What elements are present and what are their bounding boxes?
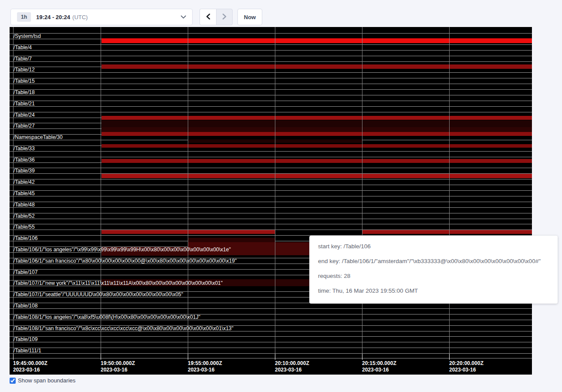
row-label: /Table/36 <box>14 157 35 163</box>
row-label: /Table/107 <box>14 269 37 275</box>
row-label: /Table/12 <box>14 67 35 73</box>
time-gridline <box>275 27 275 358</box>
row-label: /Table/48 <box>14 202 35 208</box>
span-band[interactable] <box>102 247 188 256</box>
span-boundary-line <box>10 44 532 45</box>
prev-time-button[interactable] <box>200 9 216 25</box>
x-tick-date: 2023-03-16 <box>275 367 301 373</box>
row-label: /Table/106/1/"san francisco"/"\x80\x00\x… <box>14 258 237 264</box>
time-window-badge: 1h <box>17 12 31 22</box>
tooltip-requests: requests: 28 <box>318 272 549 280</box>
key-visualizer-chart[interactable]: /System/tsd/Table/4/Table/7/Table/12/Tab… <box>10 27 532 375</box>
span-boundary-line <box>10 353 532 354</box>
row-label: /Table/4 <box>14 44 32 51</box>
span-boundary-line <box>10 348 532 348</box>
x-tick-time: 20:20:00.000Z <box>449 361 484 366</box>
span-band[interactable] <box>102 64 532 69</box>
span-band[interactable] <box>102 132 532 136</box>
x-tick-mark <box>13 354 14 360</box>
time-gridline <box>101 27 101 358</box>
next-time-button[interactable] <box>216 9 233 25</box>
x-tick-date: 2023-03-16 <box>188 367 214 373</box>
span-boundary-line <box>10 101 532 101</box>
time-gridline <box>362 27 362 358</box>
span-boundary-line <box>10 219 532 219</box>
span-tooltip: start key: /Table/106 end key: /Table/10… <box>309 236 558 304</box>
span-boundary-line <box>10 342 532 342</box>
row-label: /Table/107/1/"seattle"/"UUUUUUD\x00\x80\… <box>14 291 183 297</box>
row-label: /Table/52 <box>14 213 35 219</box>
time-gridline <box>188 27 188 358</box>
x-tick-date: 2023-03-16 <box>13 367 40 373</box>
time-window-label: 19:24 - 20:24 <box>36 14 70 20</box>
span-band[interactable] <box>362 230 532 234</box>
now-button[interactable]: Now <box>237 9 262 25</box>
span-boundary-line <box>10 112 532 112</box>
span-boundary-line <box>10 207 532 208</box>
row-label: /System/tsd <box>14 33 41 39</box>
row-label: /Table/39 <box>14 168 35 174</box>
span-band[interactable] <box>102 127 532 132</box>
row-label: /Table/111/1 <box>14 348 41 354</box>
span-boundary-line <box>10 190 532 191</box>
span-boundary-line <box>10 358 532 358</box>
chevron-right-icon <box>222 14 227 21</box>
span-band[interactable] <box>102 144 532 148</box>
x-tick-date: 2023-03-16 <box>362 367 389 373</box>
span-boundary-line <box>10 314 532 314</box>
row-label: /Table/55 <box>14 224 35 230</box>
span-band[interactable] <box>102 159 532 163</box>
row-label: /Table/33 <box>14 145 35 152</box>
span-band[interactable] <box>188 242 309 255</box>
span-boundary-line <box>10 213 532 213</box>
show-span-boundaries-checkbox[interactable] <box>10 378 16 384</box>
row-label: /Table/15 <box>14 78 35 84</box>
x-tick-time: 19:55:00.000Z <box>188 361 222 366</box>
span-boundary-line <box>10 56 532 56</box>
time-gridline <box>449 27 450 358</box>
row-label: /Table/106 <box>14 235 37 241</box>
chevron-down-icon <box>181 15 186 19</box>
row-label: /Table/108/1/"san francisco"/"\x8c\xcc\x… <box>14 325 234 331</box>
span-boundary-line <box>10 202 532 202</box>
x-tick-time: 20:10:00.000Z <box>275 361 309 366</box>
span-band[interactable] <box>102 230 275 234</box>
show-span-boundaries-label: Show span boundaries <box>18 377 75 384</box>
span-boundary-line <box>10 84 532 84</box>
x-tick-date: 2023-03-16 <box>101 367 127 373</box>
span-boundary-line <box>10 320 532 320</box>
x-tick-time: 20:15:00.000Z <box>362 361 396 366</box>
span-boundary-line <box>10 168 532 168</box>
row-label: /NamespaceTable/30 <box>14 134 63 140</box>
row-label: /Table/45 <box>14 190 35 196</box>
span-boundary-line <box>10 33 532 34</box>
row-label: /Table/24 <box>14 112 35 118</box>
span-band[interactable] <box>102 279 309 286</box>
chevron-left-icon <box>206 14 211 21</box>
span-band[interactable] <box>102 116 532 120</box>
time-range-select[interactable]: 1h 19:24 - 20:24 (UTC) <box>10 9 193 25</box>
span-boundary-line <box>10 224 532 224</box>
x-tick-mark <box>362 354 362 360</box>
row-label: /Table/42 <box>14 179 35 185</box>
span-boundary-line <box>10 78 532 78</box>
span-boundary-line <box>10 95 532 95</box>
span-band[interactable] <box>102 174 532 178</box>
span-boundary-line <box>10 50 532 51</box>
span-boundary-line <box>10 336 532 337</box>
span-boundary-line <box>10 179 532 179</box>
utc-label: (UTC) <box>72 14 88 20</box>
tooltip-start-key: start key: /Table/106 <box>318 242 549 251</box>
row-label: /Table/21 <box>14 101 35 107</box>
row-label: /Table/18 <box>14 89 35 95</box>
span-boundary-line <box>10 151 532 152</box>
span-band[interactable] <box>188 238 275 242</box>
x-tick-date: 2023-03-16 <box>449 367 476 373</box>
span-boundary-line <box>10 157 532 157</box>
x-tick-mark <box>188 354 188 360</box>
span-boundary-line <box>10 61 532 62</box>
span-boundary-line <box>10 331 532 331</box>
span-boundary-line <box>10 308 532 309</box>
row-label: /Table/108 <box>14 303 37 309</box>
span-band[interactable] <box>102 38 532 43</box>
